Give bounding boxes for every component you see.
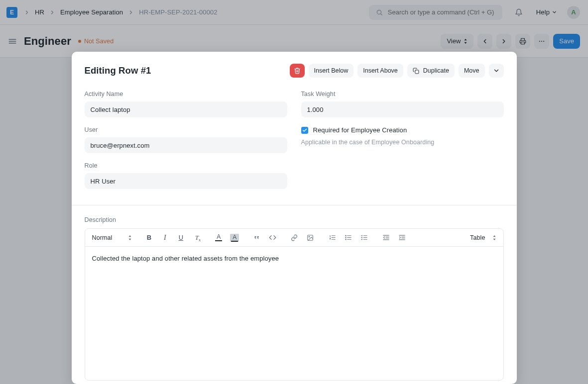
role-field: Role HR User (85, 162, 287, 189)
table-select[interactable]: Table (470, 234, 496, 241)
activity-name-field: Activity Name Collect laptop (85, 91, 287, 117)
edit-row-dialog: Editing Row #1 Insert Below Insert Above… (72, 52, 517, 384)
checkbox-checked-icon (301, 127, 308, 134)
move-button[interactable]: Move (459, 64, 485, 78)
checkbox-label: Required for Employee Creation (313, 126, 407, 134)
duplicate-button[interactable]: Duplicate (407, 64, 455, 78)
blockquote-button[interactable] (251, 233, 261, 243)
rich-text-editor: Normal B I U Tx A (85, 228, 504, 381)
svg-point-19 (346, 237, 346, 238)
chevron-down-icon (493, 67, 500, 74)
delete-row-button[interactable] (290, 64, 305, 78)
text-color-icon: A (215, 234, 222, 241)
insert-below-button[interactable]: Insert Below (309, 64, 354, 78)
field-label: Activity Name (85, 91, 287, 97)
trash-icon (294, 67, 301, 74)
collapse-button[interactable] (489, 64, 504, 78)
dialog-header: Editing Row #1 Insert Below Insert Above… (85, 64, 504, 78)
svg-point-20 (346, 239, 346, 240)
quote-icon (253, 234, 260, 241)
link-button[interactable] (289, 233, 299, 243)
role-input[interactable]: HR User (85, 173, 287, 189)
user-field: User bruce@erpnext.com (85, 126, 287, 153)
svg-point-18 (346, 235, 346, 236)
task-weight-input[interactable]: 1.000 (301, 101, 504, 117)
clear-format-button[interactable]: Tx (192, 233, 202, 243)
list-check-icon (360, 234, 368, 241)
heading-select[interactable]: Normal (92, 234, 132, 241)
field-label: User (85, 126, 287, 133)
highlight-icon: A (230, 234, 239, 242)
bold-button[interactable]: B (144, 233, 154, 243)
text-color-button[interactable]: A (214, 233, 224, 243)
form-column-right: Task Weight 1.000 Required for Employee … (301, 91, 504, 189)
description-input[interactable]: Collected the laptop and other related a… (85, 247, 503, 380)
image-button[interactable] (305, 233, 315, 243)
clear-format-icon: Tx (195, 234, 199, 242)
list-bullet-icon (345, 234, 352, 241)
required-for-creation-checkbox[interactable]: Required for Employee Creation (301, 126, 504, 134)
bullet-list-button[interactable] (343, 233, 353, 243)
underline-button[interactable]: U (176, 233, 186, 243)
svg-rect-9 (415, 70, 419, 73)
user-input[interactable]: bruce@erpnext.com (85, 137, 287, 153)
code-block-button[interactable] (267, 233, 277, 243)
copy-icon (413, 68, 419, 74)
image-icon (307, 234, 314, 241)
code-icon (269, 234, 276, 241)
check-list-button[interactable] (359, 233, 369, 243)
italic-icon: I (164, 234, 166, 242)
indent-button[interactable] (397, 233, 407, 243)
description-label: Description (85, 216, 504, 223)
underline-icon: U (179, 234, 184, 241)
outdent-icon (382, 234, 390, 241)
indent-icon (398, 234, 406, 241)
activity-name-input[interactable]: Collect laptop (85, 101, 287, 117)
required-for-creation-field: Required for Employee Creation Applicabl… (301, 126, 504, 146)
dialog-title: Editing Row #1 (85, 65, 286, 76)
link-icon (291, 234, 298, 241)
field-help-text: Applicable in the case of Employee Onboa… (301, 139, 504, 146)
italic-button[interactable]: I (160, 233, 170, 243)
form-column-left: Activity Name Collect laptop User bruce@… (85, 91, 287, 189)
list-ordered-icon (329, 234, 336, 241)
bg-color-button[interactable]: A (230, 233, 239, 243)
select-caret-icon (492, 235, 496, 240)
dialog-form: Activity Name Collect laptop User bruce@… (85, 91, 504, 189)
select-caret-icon (128, 235, 132, 240)
insert-above-button[interactable]: Insert Above (357, 64, 403, 78)
ordered-list-button[interactable] (327, 233, 337, 243)
field-label: Role (85, 162, 287, 169)
section-divider (72, 205, 517, 205)
editor-toolbar: Normal B I U Tx A (85, 229, 503, 247)
bold-icon: B (147, 234, 152, 241)
outdent-button[interactable] (381, 233, 391, 243)
svg-point-11 (309, 236, 310, 237)
task-weight-field: Task Weight 1.000 (301, 91, 504, 117)
field-label: Task Weight (301, 91, 504, 97)
